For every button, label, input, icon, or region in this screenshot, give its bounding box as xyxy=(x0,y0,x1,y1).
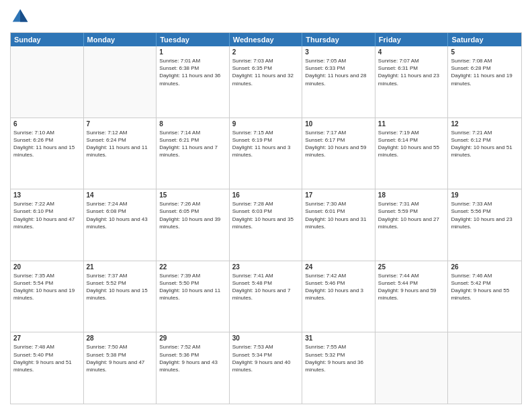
day-number: 2 xyxy=(232,48,300,56)
day-number: 8 xyxy=(159,120,226,128)
day-content: Sunrise: 7:48 AM Sunset: 5:40 PM Dayligh… xyxy=(13,343,81,373)
header-day-monday: Monday xyxy=(84,33,157,46)
day-number: 4 xyxy=(378,48,445,56)
calendar-week-2: 6Sunrise: 7:10 AM Sunset: 6:26 PM Daylig… xyxy=(11,118,521,189)
day-cell-16: 16Sunrise: 7:28 AM Sunset: 6:03 PM Dayli… xyxy=(230,189,303,261)
day-content: Sunrise: 7:12 AM Sunset: 6:24 PM Dayligh… xyxy=(87,129,154,159)
day-content: Sunrise: 7:08 AM Sunset: 6:28 PM Dayligh… xyxy=(451,57,519,87)
header-day-tuesday: Tuesday xyxy=(157,33,230,46)
day-content: Sunrise: 7:28 AM Sunset: 6:03 PM Dayligh… xyxy=(232,200,300,230)
day-cell-26: 26Sunrise: 7:46 AM Sunset: 5:42 PM Dayli… xyxy=(448,261,521,332)
day-number: 18 xyxy=(378,191,445,199)
page: SundayMondayTuesdayWednesdayThursdayFrid… xyxy=(0,0,532,411)
day-content: Sunrise: 7:22 AM Sunset: 6:10 PM Dayligh… xyxy=(13,200,81,230)
day-number: 28 xyxy=(87,334,154,342)
day-number: 3 xyxy=(305,48,372,56)
header-day-friday: Friday xyxy=(375,33,449,46)
day-number: 16 xyxy=(232,191,300,199)
day-cell-1: 1Sunrise: 7:01 AM Sunset: 6:38 PM Daylig… xyxy=(157,46,230,118)
logo xyxy=(10,7,33,27)
calendar-week-5: 27Sunrise: 7:48 AM Sunset: 5:40 PM Dayli… xyxy=(11,332,521,404)
day-number: 25 xyxy=(378,263,445,271)
day-number: 6 xyxy=(13,120,81,128)
day-content: Sunrise: 7:05 AM Sunset: 6:33 PM Dayligh… xyxy=(305,57,372,87)
day-number: 31 xyxy=(305,334,372,342)
day-number: 15 xyxy=(159,191,226,199)
day-cell-18: 18Sunrise: 7:31 AM Sunset: 5:59 PM Dayli… xyxy=(375,189,449,261)
day-content: Sunrise: 7:03 AM Sunset: 6:35 PM Dayligh… xyxy=(232,57,300,87)
day-cell-11: 11Sunrise: 7:19 AM Sunset: 6:14 PM Dayli… xyxy=(375,118,449,189)
day-cell-28: 28Sunrise: 7:50 AM Sunset: 5:38 PM Dayli… xyxy=(84,332,157,404)
day-content: Sunrise: 7:07 AM Sunset: 6:31 PM Dayligh… xyxy=(378,57,445,87)
logo-icon xyxy=(10,7,30,27)
day-cell-12: 12Sunrise: 7:21 AM Sunset: 6:12 PM Dayli… xyxy=(448,118,521,189)
calendar-header: SundayMondayTuesdayWednesdayThursdayFrid… xyxy=(11,33,521,46)
day-cell-29: 29Sunrise: 7:52 AM Sunset: 5:36 PM Dayli… xyxy=(157,332,230,404)
day-cell-24: 24Sunrise: 7:42 AM Sunset: 5:46 PM Dayli… xyxy=(302,261,375,332)
day-content: Sunrise: 7:50 AM Sunset: 5:38 PM Dayligh… xyxy=(87,343,154,373)
calendar-week-4: 20Sunrise: 7:35 AM Sunset: 5:54 PM Dayli… xyxy=(11,261,521,332)
day-content: Sunrise: 7:30 AM Sunset: 6:01 PM Dayligh… xyxy=(305,200,372,230)
day-cell-7: 7Sunrise: 7:12 AM Sunset: 6:24 PM Daylig… xyxy=(84,118,157,189)
day-number: 20 xyxy=(13,263,81,271)
header-day-thursday: Thursday xyxy=(302,33,375,46)
header-day-saturday: Saturday xyxy=(448,33,521,46)
empty-cell xyxy=(84,46,157,118)
day-cell-27: 27Sunrise: 7:48 AM Sunset: 5:40 PM Dayli… xyxy=(11,332,84,404)
day-content: Sunrise: 7:41 AM Sunset: 5:48 PM Dayligh… xyxy=(232,272,300,302)
day-cell-10: 10Sunrise: 7:17 AM Sunset: 6:17 PM Dayli… xyxy=(302,118,375,189)
day-number: 1 xyxy=(159,48,226,56)
day-number: 19 xyxy=(451,191,519,199)
day-number: 24 xyxy=(305,263,372,271)
day-content: Sunrise: 7:17 AM Sunset: 6:17 PM Dayligh… xyxy=(305,129,372,159)
day-cell-21: 21Sunrise: 7:37 AM Sunset: 5:52 PM Dayli… xyxy=(84,261,157,332)
day-number: 12 xyxy=(451,120,519,128)
day-content: Sunrise: 7:37 AM Sunset: 5:52 PM Dayligh… xyxy=(87,272,154,302)
day-number: 21 xyxy=(87,263,154,271)
day-cell-15: 15Sunrise: 7:26 AM Sunset: 6:05 PM Dayli… xyxy=(157,189,230,261)
day-cell-13: 13Sunrise: 7:22 AM Sunset: 6:10 PM Dayli… xyxy=(11,189,84,261)
day-content: Sunrise: 7:15 AM Sunset: 6:19 PM Dayligh… xyxy=(232,129,300,159)
day-number: 22 xyxy=(159,263,226,271)
svg-marker-1 xyxy=(20,9,28,22)
day-number: 13 xyxy=(13,191,81,199)
calendar-week-3: 13Sunrise: 7:22 AM Sunset: 6:10 PM Dayli… xyxy=(11,189,521,261)
day-content: Sunrise: 7:39 AM Sunset: 5:50 PM Dayligh… xyxy=(159,272,226,302)
header-day-sunday: Sunday xyxy=(11,33,84,46)
day-content: Sunrise: 7:44 AM Sunset: 5:44 PM Dayligh… xyxy=(378,272,445,302)
day-content: Sunrise: 7:35 AM Sunset: 5:54 PM Dayligh… xyxy=(13,272,81,302)
header xyxy=(10,7,522,27)
day-cell-9: 9Sunrise: 7:15 AM Sunset: 6:19 PM Daylig… xyxy=(230,118,303,189)
day-cell-20: 20Sunrise: 7:35 AM Sunset: 5:54 PM Dayli… xyxy=(11,261,84,332)
day-cell-5: 5Sunrise: 7:08 AM Sunset: 6:28 PM Daylig… xyxy=(448,46,521,118)
day-cell-17: 17Sunrise: 7:30 AM Sunset: 6:01 PM Dayli… xyxy=(302,189,375,261)
day-cell-6: 6Sunrise: 7:10 AM Sunset: 6:26 PM Daylig… xyxy=(11,118,84,189)
day-content: Sunrise: 7:21 AM Sunset: 6:12 PM Dayligh… xyxy=(451,129,519,159)
header-day-wednesday: Wednesday xyxy=(230,33,303,46)
day-cell-23: 23Sunrise: 7:41 AM Sunset: 5:48 PM Dayli… xyxy=(230,261,303,332)
day-cell-22: 22Sunrise: 7:39 AM Sunset: 5:50 PM Dayli… xyxy=(157,261,230,332)
day-cell-19: 19Sunrise: 7:33 AM Sunset: 5:56 PM Dayli… xyxy=(448,189,521,261)
day-content: Sunrise: 7:10 AM Sunset: 6:26 PM Dayligh… xyxy=(13,129,81,159)
day-number: 27 xyxy=(13,334,81,342)
day-content: Sunrise: 7:26 AM Sunset: 6:05 PM Dayligh… xyxy=(159,200,226,230)
day-content: Sunrise: 7:14 AM Sunset: 6:21 PM Dayligh… xyxy=(159,129,226,159)
day-content: Sunrise: 7:55 AM Sunset: 5:32 PM Dayligh… xyxy=(305,343,372,373)
day-number: 17 xyxy=(305,191,372,199)
day-content: Sunrise: 7:33 AM Sunset: 5:56 PM Dayligh… xyxy=(451,200,519,230)
calendar-body: 1Sunrise: 7:01 AM Sunset: 6:38 PM Daylig… xyxy=(11,46,521,404)
day-content: Sunrise: 7:42 AM Sunset: 5:46 PM Dayligh… xyxy=(305,272,372,302)
day-number: 26 xyxy=(451,263,519,271)
day-content: Sunrise: 7:01 AM Sunset: 6:38 PM Dayligh… xyxy=(159,57,226,87)
day-number: 29 xyxy=(159,334,226,342)
day-number: 30 xyxy=(232,334,300,342)
empty-cell xyxy=(448,332,521,404)
day-content: Sunrise: 7:52 AM Sunset: 5:36 PM Dayligh… xyxy=(159,343,226,373)
day-content: Sunrise: 7:53 AM Sunset: 5:34 PM Dayligh… xyxy=(232,343,300,373)
day-cell-8: 8Sunrise: 7:14 AM Sunset: 6:21 PM Daylig… xyxy=(157,118,230,189)
empty-cell xyxy=(11,46,84,118)
day-number: 9 xyxy=(232,120,300,128)
day-cell-30: 30Sunrise: 7:53 AM Sunset: 5:34 PM Dayli… xyxy=(230,332,303,404)
day-number: 11 xyxy=(378,120,445,128)
day-number: 7 xyxy=(87,120,154,128)
